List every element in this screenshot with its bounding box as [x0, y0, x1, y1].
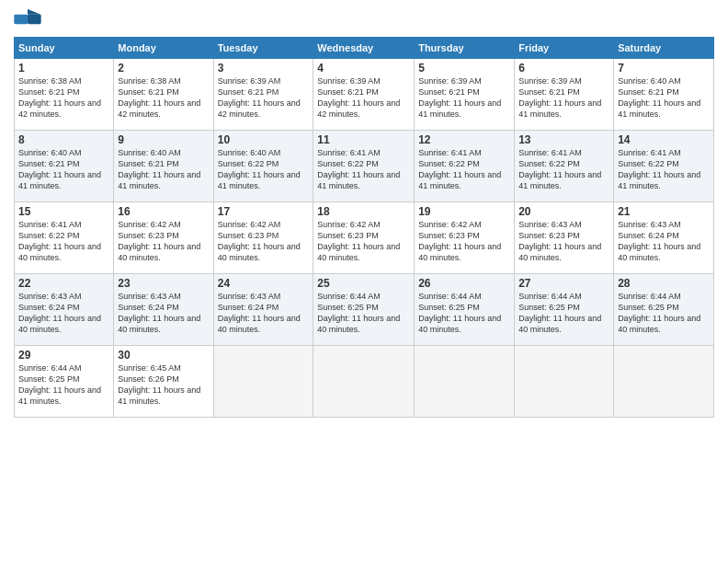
day-info: Sunrise: 6:39 AMSunset: 6:21 PMDaylight:… [418, 75, 510, 121]
calendar-cell: 26Sunrise: 6:44 AMSunset: 6:25 PMDayligh… [415, 274, 515, 346]
day-number: 23 [118, 277, 209, 290]
day-number: 2 [118, 62, 209, 75]
day-number: 29 [18, 349, 109, 362]
calendar-cell: 24Sunrise: 6:43 AMSunset: 6:24 PMDayligh… [213, 274, 313, 346]
calendar-cell: 28Sunrise: 6:44 AMSunset: 6:25 PMDayligh… [614, 274, 714, 346]
week-row-2: 8Sunrise: 6:40 AMSunset: 6:21 PMDaylight… [15, 131, 714, 202]
day-number: 28 [618, 277, 710, 290]
logo [14, 9, 45, 29]
weekday-header-thursday: Thursday [415, 38, 515, 59]
svg-marker-1 [28, 9, 41, 15]
day-info: Sunrise: 6:40 AMSunset: 6:21 PMDaylight:… [618, 75, 710, 121]
calendar-cell: 2Sunrise: 6:38 AMSunset: 6:21 PMDaylight… [114, 59, 213, 131]
day-number: 4 [317, 62, 410, 75]
calendar-cell: 18Sunrise: 6:42 AMSunset: 6:23 PMDayligh… [313, 202, 415, 274]
day-number: 15 [18, 205, 109, 218]
weekday-header-saturday: Saturday [614, 38, 714, 59]
calendar-cell: 8Sunrise: 6:40 AMSunset: 6:21 PMDaylight… [15, 131, 114, 202]
calendar-cell [515, 346, 614, 418]
day-number: 10 [218, 133, 310, 146]
day-info: Sunrise: 6:40 AMSunset: 6:21 PMDaylight:… [18, 147, 109, 192]
weekday-header-wednesday: Wednesday [313, 38, 415, 59]
day-info: Sunrise: 6:44 AMSunset: 6:25 PMDaylight:… [317, 291, 410, 336]
day-info: Sunrise: 6:44 AMSunset: 6:25 PMDaylight:… [418, 291, 510, 336]
calendar-cell [415, 346, 515, 418]
day-info: Sunrise: 6:40 AMSunset: 6:21 PMDaylight:… [118, 147, 209, 192]
weekday-header-monday: Monday [114, 38, 213, 59]
week-row-4: 22Sunrise: 6:43 AMSunset: 6:24 PMDayligh… [15, 274, 714, 346]
day-number: 13 [518, 133, 609, 146]
calendar-cell: 10Sunrise: 6:40 AMSunset: 6:22 PMDayligh… [213, 131, 313, 202]
calendar-cell: 16Sunrise: 6:42 AMSunset: 6:23 PMDayligh… [114, 202, 213, 274]
day-number: 25 [317, 277, 410, 290]
day-info: Sunrise: 6:41 AMSunset: 6:22 PMDaylight:… [418, 147, 510, 192]
day-number: 30 [118, 349, 209, 362]
day-info: Sunrise: 6:39 AMSunset: 6:21 PMDaylight:… [518, 75, 609, 121]
weekday-header-row: SundayMondayTuesdayWednesdayThursdayFrid… [15, 38, 714, 59]
day-number: 19 [418, 205, 510, 218]
day-info: Sunrise: 6:45 AMSunset: 6:26 PMDaylight:… [118, 362, 209, 408]
day-info: Sunrise: 6:42 AMSunset: 6:23 PMDaylight:… [317, 219, 410, 264]
day-number: 8 [18, 133, 109, 146]
calendar-cell: 25Sunrise: 6:44 AMSunset: 6:25 PMDayligh… [313, 274, 415, 346]
week-row-3: 15Sunrise: 6:41 AMSunset: 6:22 PMDayligh… [15, 202, 714, 274]
day-info: Sunrise: 6:41 AMSunset: 6:22 PMDaylight:… [518, 147, 609, 192]
calendar-cell [213, 346, 313, 418]
day-info: Sunrise: 6:39 AMSunset: 6:21 PMDaylight:… [218, 75, 310, 121]
calendar-cell: 15Sunrise: 6:41 AMSunset: 6:22 PMDayligh… [15, 202, 114, 274]
calendar-cell: 30Sunrise: 6:45 AMSunset: 6:26 PMDayligh… [114, 346, 213, 418]
weekday-header-tuesday: Tuesday [213, 38, 313, 59]
day-number: 22 [18, 277, 109, 290]
day-info: Sunrise: 6:42 AMSunset: 6:23 PMDaylight:… [418, 219, 510, 264]
week-row-1: 1Sunrise: 6:38 AMSunset: 6:21 PMDaylight… [15, 59, 714, 131]
day-info: Sunrise: 6:38 AMSunset: 6:21 PMDaylight:… [118, 75, 209, 121]
day-info: Sunrise: 6:42 AMSunset: 6:23 PMDaylight:… [218, 219, 310, 264]
day-info: Sunrise: 6:42 AMSunset: 6:23 PMDaylight:… [118, 219, 209, 264]
calendar-cell [614, 346, 714, 418]
calendar-cell: 4Sunrise: 6:39 AMSunset: 6:21 PMDaylight… [313, 59, 415, 131]
calendar-page: SundayMondayTuesdayWednesdayThursdayFrid… [0, 0, 728, 563]
day-number: 3 [218, 62, 310, 75]
week-row-5: 29Sunrise: 6:44 AMSunset: 6:25 PMDayligh… [15, 346, 714, 418]
calendar-cell: 5Sunrise: 6:39 AMSunset: 6:21 PMDaylight… [415, 59, 515, 131]
day-number: 27 [518, 277, 609, 290]
day-info: Sunrise: 6:41 AMSunset: 6:22 PMDaylight:… [18, 219, 109, 264]
calendar-cell: 7Sunrise: 6:40 AMSunset: 6:21 PMDaylight… [614, 59, 714, 131]
calendar-cell: 3Sunrise: 6:39 AMSunset: 6:21 PMDaylight… [213, 59, 313, 131]
calendar-cell: 19Sunrise: 6:42 AMSunset: 6:23 PMDayligh… [415, 202, 515, 274]
day-info: Sunrise: 6:44 AMSunset: 6:25 PMDaylight:… [18, 362, 109, 408]
day-number: 18 [317, 205, 410, 218]
calendar-cell [313, 346, 415, 418]
day-info: Sunrise: 6:44 AMSunset: 6:25 PMDaylight:… [618, 291, 710, 336]
day-info: Sunrise: 6:43 AMSunset: 6:23 PMDaylight:… [518, 219, 609, 264]
day-number: 12 [418, 133, 510, 146]
day-info: Sunrise: 6:43 AMSunset: 6:24 PMDaylight:… [18, 291, 109, 336]
calendar-cell: 22Sunrise: 6:43 AMSunset: 6:24 PMDayligh… [15, 274, 114, 346]
day-number: 21 [618, 205, 710, 218]
day-number: 11 [317, 133, 410, 146]
calendar-cell: 20Sunrise: 6:43 AMSunset: 6:23 PMDayligh… [515, 202, 614, 274]
day-number: 5 [418, 62, 510, 75]
calendar-cell: 17Sunrise: 6:42 AMSunset: 6:23 PMDayligh… [213, 202, 313, 274]
calendar-cell: 12Sunrise: 6:41 AMSunset: 6:22 PMDayligh… [415, 131, 515, 202]
day-info: Sunrise: 6:39 AMSunset: 6:21 PMDaylight:… [317, 75, 410, 121]
calendar-table: SundayMondayTuesdayWednesdayThursdayFrid… [14, 37, 714, 418]
calendar-cell: 11Sunrise: 6:41 AMSunset: 6:22 PMDayligh… [313, 131, 415, 202]
calendar-cell: 27Sunrise: 6:44 AMSunset: 6:25 PMDayligh… [515, 274, 614, 346]
calendar-cell: 14Sunrise: 6:41 AMSunset: 6:22 PMDayligh… [614, 131, 714, 202]
day-number: 9 [118, 133, 209, 146]
day-info: Sunrise: 6:41 AMSunset: 6:22 PMDaylight:… [317, 147, 410, 192]
weekday-header-sunday: Sunday [15, 38, 114, 59]
day-number: 7 [618, 62, 710, 75]
day-info: Sunrise: 6:38 AMSunset: 6:21 PMDaylight:… [18, 75, 109, 121]
day-info: Sunrise: 6:43 AMSunset: 6:24 PMDaylight:… [118, 291, 209, 336]
day-number: 26 [418, 277, 510, 290]
calendar-cell: 23Sunrise: 6:43 AMSunset: 6:24 PMDayligh… [114, 274, 213, 346]
day-number: 6 [518, 62, 609, 75]
day-info: Sunrise: 6:43 AMSunset: 6:24 PMDaylight:… [618, 219, 710, 264]
calendar-cell: 21Sunrise: 6:43 AMSunset: 6:24 PMDayligh… [614, 202, 714, 274]
calendar-cell: 13Sunrise: 6:41 AMSunset: 6:22 PMDayligh… [515, 131, 614, 202]
day-number: 17 [218, 205, 310, 218]
day-info: Sunrise: 6:43 AMSunset: 6:24 PMDaylight:… [218, 291, 310, 336]
day-info: Sunrise: 6:40 AMSunset: 6:22 PMDaylight:… [218, 147, 310, 192]
